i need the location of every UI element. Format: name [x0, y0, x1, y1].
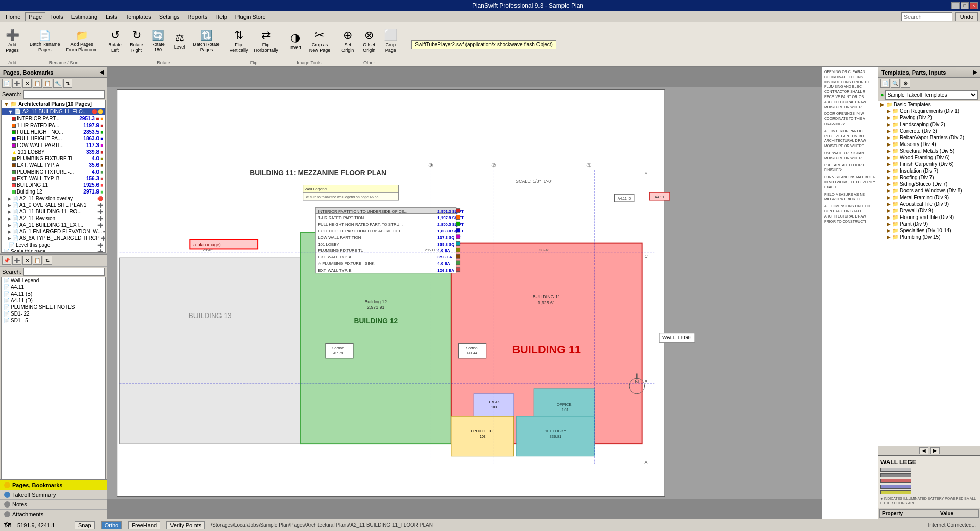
bm-a411d[interactable]: 📄 A4.11 (D) [2, 297, 105, 304]
bookmarks-tree[interactable]: 📄 Wall Legend 📄 A4.11 📄 A4.11 (B) 📄 A4.1… [1, 277, 106, 479]
pages-tool-5[interactable]: 📋 [43, 79, 52, 88]
menu-help[interactable]: Help [212, 12, 231, 21]
tree-item-ext-a[interactable]: EXT. WALL TYP. A 35.6 ■ [10, 162, 105, 168]
a2-11-page[interactable]: ▼ 📄 A2_11 BUILDING 11_FLO... 🔴🟡 [2, 108, 105, 115]
tree-item-level[interactable]: 📄 Level this page ➕ [2, 242, 105, 248]
rp-metal-framing[interactable]: ▶ 📁 Metal Framing (Div 9) [885, 194, 980, 201]
tree-item-a3[interactable]: ▶ 📄 A3_11 BUILDING 11_RO... ➕ [2, 208, 105, 215]
rp-finish-carp[interactable]: ▶ 📁 Finish Carpentry (Div 6) [885, 161, 980, 167]
rotate-right-button[interactable]: ↻ RotateRight [127, 26, 147, 56]
tree-nav-left[interactable]: ◀ [919, 447, 928, 454]
menu-settings[interactable]: Settings [156, 12, 183, 21]
bm-tool-3[interactable]: ✕ [22, 256, 32, 265]
tree-item-101lobby[interactable]: ▲ 101 LOBBY 339.8 ■ [10, 149, 105, 155]
templates-dropdown[interactable]: Sample Takeoff Templates [885, 90, 978, 100]
tree-item-building11[interactable]: BUILDING 11 1925.6 ■ [10, 182, 105, 188]
rp-gen-req[interactable]: ▶ 📁 Gen Requirements (Div 1) [885, 108, 980, 114]
pages-tool-4[interactable]: 📋 [33, 79, 42, 88]
rp-siding[interactable]: ▶ 📁 Siding/Stucco (Div 7) [885, 181, 980, 187]
bm-sd1-5[interactable]: 📄 SD1 - 5 [2, 317, 105, 324]
snap-button[interactable]: Snap [75, 521, 95, 529]
rp-wood[interactable]: ▶ 📁 Wood Framing (Div 6) [885, 154, 980, 161]
rotate-left-button[interactable]: ↺ RotateLeft [105, 26, 126, 56]
tp-tool-3[interactable]: ⚙ [901, 79, 910, 88]
rp-basic-templates[interactable]: ▶ 📁 Basic Templates [878, 101, 980, 108]
pages-tool-3[interactable]: ✕ [22, 79, 32, 88]
add-pages-button[interactable]: ➕ AddPages [2, 26, 22, 56]
rp-acoustical[interactable]: ▶ 📁 Acoustical Tile (Div 9) [885, 201, 980, 207]
collapse-right-icon[interactable]: ▶ [973, 69, 977, 76]
tree-nav-right[interactable]: ▶ [930, 447, 940, 454]
pages-search-input[interactable] [23, 90, 105, 99]
tree-item-revision-overlay[interactable]: ▶ 📄 A2_11 Revision overlay 🔴 [2, 195, 105, 202]
menu-reports[interactable]: Reports [184, 12, 211, 21]
tab-pages-bookmarks[interactable]: Pages, Bookmarks [0, 480, 107, 490]
batch-rotate-button[interactable]: 🔃 Batch RotatePages [191, 26, 223, 56]
tree-item-building12[interactable]: Building 12 2971.9 ■ [10, 188, 105, 195]
invert-button[interactable]: ◑ Invert [285, 26, 306, 56]
rp-specialties[interactable]: ▶ 📁 Specialties (Div 10-14) [885, 227, 980, 234]
set-origin-button[interactable]: ⊕ SetOrigin [337, 26, 358, 56]
minimize-button[interactable]: _ [951, 2, 960, 9]
offset-origin-button[interactable]: ⊗ OffsetOrigin [359, 26, 379, 56]
bm-tool-1[interactable]: 📌 [2, 256, 11, 265]
tree-item-1hr[interactable]: 1-HR RATED PA... 1197.9 ■ [10, 122, 105, 129]
tree-item-fullheightpa[interactable]: FULL HEIGHT PA... 1863.0 ■ [10, 135, 105, 142]
rp-concrete[interactable]: ▶ 📁 Concrete (Div 3) [885, 128, 980, 134]
tp-tool-2[interactable]: 🔍 [891, 79, 900, 88]
tree-item-a2-revision[interactable]: ▶ 📄 A2_11 Revision ➕ [2, 215, 105, 222]
collapse-left-icon[interactable]: ◀ [100, 69, 104, 76]
tp-tool-1[interactable]: 📄 [880, 79, 890, 88]
menu-tools[interactable]: Tools [46, 12, 67, 21]
rp-paving[interactable]: ▶ 📁 Paving (Div 2) [885, 114, 980, 121]
tree-item-a4[interactable]: ▶ 📄 A4_11 BUILDING 11_EXT... ➕ [2, 222, 105, 228]
search-input[interactable] [901, 12, 952, 21]
close-button[interactable]: × [970, 2, 978, 9]
bm-wall-legend[interactable]: 📄 Wall Legend [2, 277, 105, 284]
tree-item-a6-1[interactable]: ▶ 📄 A6_1 ENLARGED ELEVATION_W... ➕ [2, 228, 105, 235]
tree-item-overall-site[interactable]: ▶ 📄 A1_0 OVERALL SITE PLAN1 ➕ [2, 202, 105, 208]
rp-drywall[interactable]: ▶ 📁 Drywall (Div 9) [885, 207, 980, 214]
rp-rebar[interactable]: ▶ 📁 Rebar/Vapor Barriers (Div 3) [885, 134, 980, 141]
menu-estimating[interactable]: Estimating [68, 12, 101, 21]
pages-tool-2[interactable]: ➕ [12, 79, 21, 88]
freehand-button[interactable]: FreeHand [128, 521, 160, 529]
rp-struct-metals[interactable]: ▶ 📁 Structural Metals (Div 5) [885, 148, 980, 154]
tree-item-scale[interactable]: 📄 Scale this page ➕ [2, 248, 105, 253]
bm-tool-5[interactable]: ⇅ [43, 256, 52, 265]
crop-page-button[interactable]: ⬜ CropPage [380, 26, 401, 56]
rp-paint[interactable]: ▶ 📁 Paint (Div 9) [885, 221, 980, 227]
tree-item-ext-b[interactable]: EXT. WALL TYP. B 156.3 ■ [10, 175, 105, 182]
flip-horizontally-button[interactable]: ⇄ FlipHorizontally [252, 26, 281, 56]
tree-item-plumbing2[interactable]: PLUMBING FIXTURE -... 4.0 ■ [10, 168, 105, 175]
bookmarks-search-input[interactable] [23, 268, 105, 276]
tab-attachments[interactable]: Attachments [0, 509, 107, 519]
templates-tree[interactable]: ▶ 📁 Basic Templates ▶ 📁 Gen Requirements… [878, 101, 980, 446]
rp-flooring[interactable]: ▶ 📁 Flooring and Tile (Div 9) [885, 214, 980, 221]
menu-home[interactable]: Home [2, 12, 24, 21]
rp-insulation[interactable]: ▶ 📁 Insulation (Div 7) [885, 167, 980, 174]
rp-landscaping[interactable]: ▶ 📁 Landscaping (Div 2) [885, 121, 980, 128]
pages-tool-sort[interactable]: ⇅ [63, 79, 72, 88]
pages-tool-1[interactable]: 📄 [2, 79, 11, 88]
rp-masonry[interactable]: ▶ 📁 Masonry (Div 4) [885, 141, 980, 148]
bm-tool-2[interactable]: ➕ [12, 256, 21, 265]
bm-tool-4[interactable]: 📋 [33, 256, 42, 265]
rp-doors[interactable]: ▶ 📁 Doors and Windows (Div 8) [885, 187, 980, 194]
tree-item-a6-6a[interactable]: ▶ 📄 A6_6A TYP B_ENLARGED TI RCP ➕ [2, 235, 105, 242]
arch-plans-folder[interactable]: ▼ 📁 Architectural Plans [10 Pages] [2, 100, 105, 108]
menu-page[interactable]: Page [25, 12, 45, 21]
tab-notes[interactable]: Notes [0, 499, 107, 509]
add-from-planroom-button[interactable]: 📁 Add PagesFrom Planroom [64, 26, 101, 56]
canvas-area[interactable]: BUILDING 11: MEZZANINE FLOOR PLAN SCALE:… [107, 67, 878, 519]
maximize-button[interactable]: □ [961, 2, 969, 9]
menu-lists[interactable]: Lists [102, 12, 121, 21]
tree-item-interior[interactable]: INTERIOR PART... 2951.3 ■ ■ [10, 115, 105, 122]
menu-templates[interactable]: Templates [122, 12, 155, 21]
rotate-180-button[interactable]: 🔄 Rotate180 [148, 26, 168, 56]
tree-item-fullheight[interactable]: FULL HEIGHT NO... 2853.5 ■ [10, 129, 105, 135]
rp-plumbing[interactable]: ▶ 📁 Plumbing (Div 15) [885, 234, 980, 240]
bm-a411[interactable]: 📄 A4.11 [2, 284, 105, 291]
tab-takeoff-summary[interactable]: Takeoff Summary [0, 490, 107, 499]
bm-a411b[interactable]: 📄 A4.11 (B) [2, 291, 105, 297]
